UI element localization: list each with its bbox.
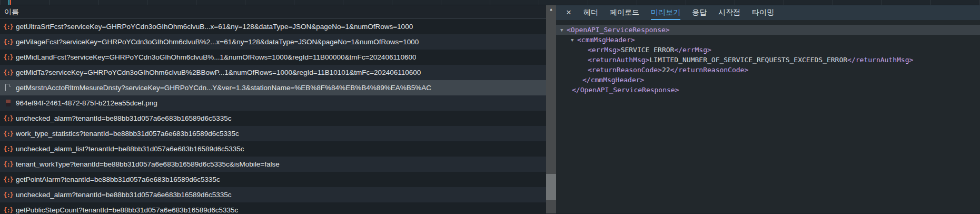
request-row[interactable]: {:}getPointAlarm?tenantId=be88bb31d057a6… bbox=[0, 172, 546, 187]
detail-tab[interactable]: 페이로드 bbox=[610, 5, 639, 20]
request-row[interactable]: getMsrstnAcctoRltmMesureDnsty?serviceKey… bbox=[0, 80, 546, 95]
json-braces-glyph: {:} bbox=[3, 145, 13, 153]
name-column-header[interactable]: 이름 bbox=[0, 5, 546, 19]
detail-tab[interactable]: 시작점 bbox=[718, 5, 740, 20]
json-braces-glyph: {:} bbox=[3, 176, 13, 183]
detail-tab[interactable]: 헤더 bbox=[583, 5, 598, 20]
xml-tree-line[interactable]: </OpenAPI_ServiceResponse> bbox=[556, 85, 980, 95]
xml-tree-line[interactable]: ▼<OpenAPI_ServiceResponse> bbox=[556, 25, 980, 35]
request-row[interactable]: {:}getMidLandFcst?serviceKey=GHRPoYCdn3o… bbox=[0, 50, 546, 65]
request-row[interactable]: {:}getVilageFcst?serviceKey=GHRPoYCdn3oG… bbox=[0, 34, 546, 50]
timeline-tick bbox=[0, 0, 1, 5]
close-icon[interactable]: × bbox=[565, 5, 572, 20]
timeline-tick bbox=[833, 0, 833, 5]
timeline-tick bbox=[343, 0, 343, 5]
json-file-icon: {:} bbox=[4, 130, 13, 138]
load-event-marker bbox=[10, 0, 11, 5]
json-braces-glyph: {:} bbox=[3, 54, 13, 61]
request-row[interactable]: {:}unchecked_alarm?tenantId=be88bb31d057… bbox=[0, 111, 546, 126]
xml-text-value: LIMITED_NUMBER_OF_SERVICE_REQUESTS_EXCEE… bbox=[649, 56, 847, 64]
timeline-tick bbox=[637, 0, 637, 5]
image-thumbnail-glyph bbox=[6, 100, 11, 106]
json-braces-glyph: {:} bbox=[3, 161, 13, 168]
request-name: getUltraSrtFcst?serviceKey=GHRPoYCdn3oGI… bbox=[16, 23, 413, 31]
xml-tag: <returnAuthMsg> bbox=[588, 56, 649, 64]
expand-arrow-icon[interactable]: ▼ bbox=[571, 35, 577, 45]
xml-tag: </returnReasonCode> bbox=[670, 66, 749, 74]
json-file-icon: {:} bbox=[4, 191, 13, 199]
xml-tree-line[interactable]: <errMsg>SERVICE ERROR</errMsg> bbox=[556, 45, 980, 55]
json-braces-glyph: {:} bbox=[3, 207, 13, 214]
xml-tag: </returnAuthMsg> bbox=[847, 56, 913, 64]
xml-tag: <errMsg> bbox=[588, 46, 621, 54]
request-name: unchecked_alarm?tenantId=be88bb31d057a6e… bbox=[16, 191, 232, 199]
detail-tab[interactable]: 미리보기 bbox=[651, 5, 680, 20]
detail-tab-bar: × 헤더페이로드미리보기응답시작점타이밍 bbox=[556, 5, 980, 20]
xml-tag: </errMsg> bbox=[674, 46, 711, 54]
request-row[interactable]: 964ef94f-2461-4872-875f-b212ea55dcef.png bbox=[0, 95, 546, 111]
scrollbar-thumb[interactable] bbox=[546, 174, 556, 200]
document-file-icon bbox=[4, 84, 13, 92]
json-braces-glyph: {:} bbox=[3, 69, 13, 76]
request-name: getPublicStepCount?tenantId=be88bb31d057… bbox=[16, 206, 238, 213]
xml-text-value: SERVICE ERROR bbox=[621, 46, 675, 54]
json-braces-glyph: {:} bbox=[3, 38, 13, 46]
json-braces-glyph: {:} bbox=[3, 115, 13, 122]
json-file-icon: {:} bbox=[4, 69, 13, 76]
xml-tree-line[interactable]: ▼<cmmMsgHeader> bbox=[556, 35, 980, 45]
xml-tag: <OpenAPI_ServiceResponse> bbox=[567, 26, 670, 34]
timeline-tick bbox=[539, 0, 539, 5]
image-file-icon bbox=[4, 100, 13, 106]
timeline-tick bbox=[245, 0, 245, 5]
timeline-tick bbox=[686, 0, 686, 5]
vertical-scrollbar[interactable]: ▲ bbox=[546, 5, 556, 213]
request-name: work_type_statistics?tenantId=be88bb31d0… bbox=[16, 130, 239, 138]
timeline-tick bbox=[490, 0, 490, 5]
expand-arrow-icon[interactable]: ▼ bbox=[560, 25, 567, 35]
request-row[interactable]: {:}work_type_statistics?tenantId=be88bb3… bbox=[0, 126, 546, 141]
json-braces-glyph: {:} bbox=[3, 23, 13, 31]
timeline-tick bbox=[882, 0, 882, 5]
request-name: getPointAlarm?tenantId=be88bb31d057a6e68… bbox=[16, 176, 220, 183]
xml-tree-line[interactable]: <returnAuthMsg>LIMITED_NUMBER_OF_SERVICE… bbox=[556, 55, 980, 65]
json-braces-glyph: {:} bbox=[3, 191, 13, 199]
detail-tab[interactable]: 응답 bbox=[692, 5, 707, 20]
timeline-tick bbox=[392, 0, 392, 5]
timeline-tick bbox=[784, 0, 784, 5]
document-page-glyph bbox=[5, 84, 12, 92]
request-row[interactable]: {:}unchecked_alarm_list?tenantId=be88bb3… bbox=[0, 141, 546, 157]
json-file-icon: {:} bbox=[4, 23, 13, 31]
json-braces-glyph: {:} bbox=[3, 130, 13, 138]
request-row[interactable]: {:}getUltraSrtFcst?serviceKey=GHRPoYCdn3… bbox=[0, 19, 546, 34]
json-file-icon: {:} bbox=[4, 38, 13, 46]
timeline-tick bbox=[147, 0, 147, 5]
timeline-tick bbox=[735, 0, 735, 5]
xml-tag: </OpenAPI_ServiceResponse> bbox=[572, 86, 679, 94]
request-row[interactable]: {:}unchecked_alarm?tenantId=be88bb31d057… bbox=[0, 187, 546, 202]
dom-content-loaded-marker bbox=[8, 0, 9, 5]
json-file-icon: {:} bbox=[4, 176, 13, 183]
detail-tab[interactable]: 타이밍 bbox=[752, 5, 774, 20]
xml-tree-line[interactable]: <returnReasonCode>22</returnReasonCode> bbox=[556, 65, 980, 75]
xml-tag: </cmmMsgHeader> bbox=[582, 76, 644, 84]
xml-tree-line[interactable]: </cmmMsgHeader> bbox=[556, 75, 980, 85]
request-row[interactable]: {:}tenant_workType?tenantId=be88bb31d057… bbox=[0, 157, 546, 172]
timeline-tick bbox=[98, 0, 98, 5]
network-overview-strip bbox=[0, 0, 980, 5]
xml-tag: <cmmMsgHeader> bbox=[577, 36, 635, 44]
request-name: getMidLandFcst?serviceKey=GHRPoYCdn3oGIh… bbox=[16, 53, 416, 61]
request-row[interactable]: {:}getPublicStepCount?tenantId=be88bb31d… bbox=[0, 202, 546, 213]
network-panel: 이름 {:}getUltraSrtFcst?serviceKey=GHRPoYC… bbox=[0, 5, 980, 213]
json-file-icon: {:} bbox=[4, 145, 13, 153]
request-name: getMidTa?serviceKey=GHRPoYCdn3oGIhOhm6cl… bbox=[16, 69, 421, 76]
xml-tag: <returnReasonCode> bbox=[588, 66, 662, 74]
timeline-tick bbox=[441, 0, 441, 5]
scrollbar-up-button[interactable]: ▲ bbox=[546, 5, 556, 13]
request-table: 이름 {:}getUltraSrtFcst?serviceKey=GHRPoYC… bbox=[0, 5, 546, 213]
request-name: getVilageFcst?serviceKey=GHRPoYCdn3oGIhO… bbox=[16, 38, 419, 46]
timeline-tick bbox=[196, 0, 196, 5]
request-detail-pane: × 헤더페이로드미리보기응답시작점타이밍 ▼<OpenAPI_ServiceRe… bbox=[556, 5, 980, 213]
timeline-tick bbox=[294, 0, 294, 5]
request-name: unchecked_alarm?tenantId=be88bb31d057a6e… bbox=[16, 114, 232, 122]
request-row[interactable]: {:}getMidTa?serviceKey=GHRPoYCdn3oGIhOhm… bbox=[0, 65, 546, 80]
